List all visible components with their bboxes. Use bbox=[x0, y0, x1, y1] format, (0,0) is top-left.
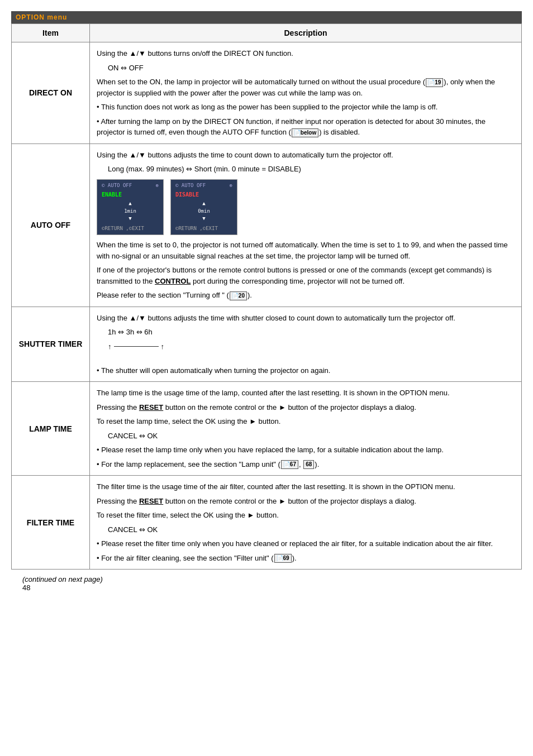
shutter-line2: 1h ⇔ 3h ⇔ 6h bbox=[108, 327, 515, 338]
lamp-line3: To reset the lamp time, select the OK us… bbox=[97, 416, 515, 427]
s2-nav: ©RETURN ‚©EXIT bbox=[175, 225, 232, 233]
s2-title-right: ⊗ bbox=[230, 182, 232, 190]
s1-title-left: © AUTO OFF bbox=[102, 182, 132, 190]
lamp-line6: • For the lamp replacement, see the sect… bbox=[97, 459, 515, 470]
lamp-line4: CANCEL ⇔ OK bbox=[108, 430, 515, 442]
s1-label: ENABLE bbox=[102, 190, 159, 199]
auto-off-screens: © AUTO OFF ⊗ ENABLE ▲ 1min ▼ ©RETURN ‚©E… bbox=[97, 179, 515, 236]
direct-on-line4: • This function does not work as long as… bbox=[97, 102, 515, 113]
s1-nav: ©RETURN ‚©EXIT bbox=[102, 225, 159, 233]
lamp-line5: • Please reset the lamp time only when y… bbox=[97, 444, 515, 456]
s1-title-right: ⊗ bbox=[156, 182, 159, 190]
table-row-auto-off: AUTO OFF Using the ▲/▼ buttons adjusts t… bbox=[12, 143, 522, 307]
s2-label: DISABLE bbox=[175, 190, 232, 199]
lamp-line2: Pressing the RESET button on the remote … bbox=[97, 402, 515, 413]
desc-auto-off: Using the ▲/▼ buttons adjusts the time t… bbox=[90, 143, 522, 307]
auto-off-line5: Please refer to the section "Turning off… bbox=[97, 290, 515, 301]
item-lamp-time: LAMP TIME bbox=[12, 382, 90, 476]
direct-on-line3: When set to the ON, the lamp in projecto… bbox=[97, 76, 515, 98]
item-filter-time: FILTER TIME bbox=[12, 476, 90, 570]
shutter-line1: Using the ▲/▼ buttons adjusts the time w… bbox=[97, 313, 515, 324]
main-table: Item Description DIRECT ON Using the ▲/▼… bbox=[11, 23, 522, 570]
header-menu-text: menu bbox=[45, 13, 67, 21]
s2-title-left: © AUTO OFF bbox=[175, 182, 206, 190]
auto-off-screen1: © AUTO OFF ⊗ ENABLE ▲ 1min ▼ ©RETURN ‚©E… bbox=[97, 179, 164, 236]
control-label: CONTROL bbox=[155, 277, 191, 285]
table-row-lamp-time: LAMP TIME The lamp time is the usage tim… bbox=[12, 382, 522, 476]
header-option-text: OPTION bbox=[16, 13, 45, 21]
lamp-reset-word: RESET bbox=[139, 403, 163, 412]
lamp-line1: The lamp time is the usage time of the l… bbox=[97, 387, 515, 399]
direct-on-line1: Using the ▲/▼ buttons turns on/off the D… bbox=[97, 48, 515, 59]
s1-value: ▲ 1min ▼ bbox=[102, 200, 159, 223]
desc-filter-time: The filter time is the usage time of the… bbox=[90, 476, 522, 570]
item-auto-off: AUTO OFF bbox=[12, 143, 90, 307]
desc-shutter-timer: Using the ▲/▼ buttons adjusts the time w… bbox=[90, 307, 522, 382]
continued-text: (continued on next page) bbox=[22, 575, 522, 583]
shutter-loop-arrow: ↑ ↑ bbox=[108, 341, 515, 352]
direct-on-line2: ON ⇔ OFF bbox=[108, 63, 515, 74]
auto-off-line4: If one of the projector's buttons or the… bbox=[97, 265, 515, 286]
desc-lamp-time: The lamp time is the usage time of the l… bbox=[90, 382, 522, 476]
filter-line3: To reset the filter time, select the OK … bbox=[97, 510, 515, 521]
footer: (continued on next page) 48 bbox=[11, 575, 522, 592]
table-row-filter-time: FILTER TIME The filter time is the usage… bbox=[12, 476, 522, 570]
desc-direct-on: Using the ▲/▼ buttons turns on/off the D… bbox=[90, 42, 522, 144]
auto-off-line3: When the time is set to 0, the projector… bbox=[97, 240, 515, 261]
page-number: 48 bbox=[22, 583, 522, 592]
filter-line6: • For the air filter cleaning, see the s… bbox=[97, 553, 515, 564]
filter-reset-word: RESET bbox=[139, 497, 163, 505]
item-shutter-timer: SHUTTER TIMER bbox=[12, 307, 90, 382]
item-direct-on: DIRECT ON bbox=[12, 42, 90, 144]
shutter-line3: • The shutter will open automatically wh… bbox=[97, 365, 515, 376]
option-header: OPTION menu bbox=[11, 11, 522, 23]
s2-value: ▲ 0min ▼ bbox=[175, 200, 232, 223]
filter-line5: • Please reset the filter time only when… bbox=[97, 538, 515, 549]
auto-off-screen2: © AUTO OFF ⊗ DISABLE ▲ 0min ▼ ©RETURN ‚©… bbox=[170, 179, 237, 236]
direct-on-line5: • After turning the lamp on by the DIREC… bbox=[97, 116, 515, 138]
filter-line4: CANCEL ⇔ OK bbox=[108, 524, 515, 535]
table-row-direct-on: DIRECT ON Using the ▲/▼ buttons turns on… bbox=[12, 42, 522, 144]
col-item: Item bbox=[12, 24, 90, 42]
filter-line2: Pressing the RESET button on the remote … bbox=[97, 496, 515, 507]
table-row-shutter-timer: SHUTTER TIMER Using the ▲/▼ buttons adju… bbox=[12, 307, 522, 382]
col-description: Description bbox=[90, 24, 522, 42]
auto-off-line1: Using the ▲/▼ buttons adjusts the time t… bbox=[97, 150, 515, 161]
filter-line1: The filter time is the usage time of the… bbox=[97, 481, 515, 492]
auto-off-line2: Long (max. 99 minutes) ⇔ Short (min. 0 m… bbox=[108, 164, 515, 175]
